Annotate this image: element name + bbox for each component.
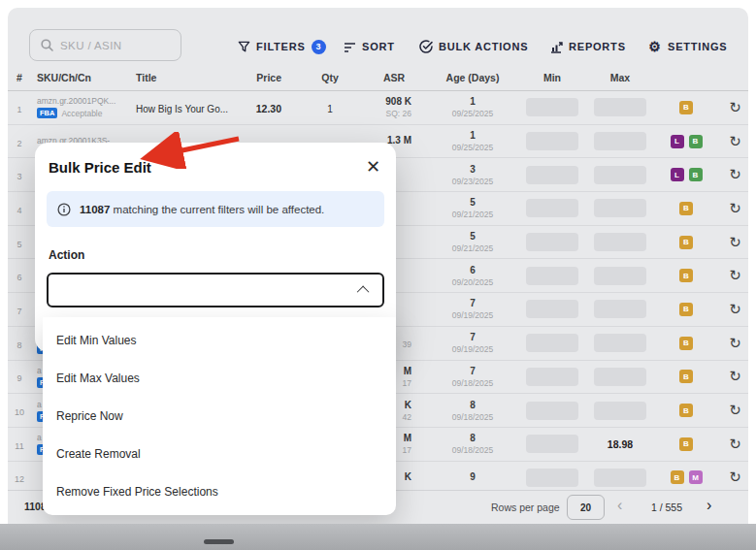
age-value: 5 <box>423 197 522 208</box>
sort-button[interactable]: SORT <box>343 38 395 55</box>
search-icon <box>40 39 53 52</box>
min-input[interactable] <box>526 300 578 318</box>
max-input[interactable] <box>594 199 646 217</box>
max-input[interactable] <box>594 334 646 352</box>
header-max: Max <box>590 72 650 83</box>
status-badge: B <box>679 202 693 215</box>
header-price: Price <box>247 72 295 83</box>
min-input[interactable] <box>526 368 578 386</box>
close-icon[interactable]: ✕ <box>364 158 382 176</box>
refresh-button[interactable]: ↻ <box>729 436 741 452</box>
refresh-button[interactable]: ↻ <box>729 368 741 384</box>
action-option[interactable]: Reprice Now <box>43 397 396 435</box>
max-input[interactable] <box>594 132 646 150</box>
min-input[interactable] <box>526 267 578 285</box>
age-date: 09/21/2025 <box>423 243 522 253</box>
max-input[interactable] <box>594 402 646 420</box>
min-input[interactable] <box>526 166 578 184</box>
home-indicator[interactable] <box>204 539 234 544</box>
refresh-button[interactable]: ↻ <box>729 133 741 149</box>
action-options-list: Edit Min ValuesEdit Max ValuesReprice No… <box>43 317 396 515</box>
max-input[interactable] <box>594 300 646 318</box>
filter-funnel-icon <box>237 40 250 53</box>
header-age: Age (Days) <box>423 72 522 83</box>
chevron-up-icon <box>357 285 370 298</box>
fba-badge: FBA <box>37 108 57 118</box>
refresh-button[interactable]: ↻ <box>729 234 741 250</box>
page-indicator: 1 / 555 <box>644 501 689 513</box>
age-date: 09/18/2025 <box>423 412 522 422</box>
status-badge: L <box>671 168 684 181</box>
info-icon <box>57 203 71 216</box>
sort-label: SORT <box>362 41 395 52</box>
status-badge: M <box>689 470 703 484</box>
min-input[interactable] <box>526 435 578 453</box>
max-input[interactable] <box>594 469 646 487</box>
refresh-button[interactable]: ↻ <box>729 335 741 351</box>
prev-page-button[interactable]: ‹ <box>617 497 622 514</box>
refresh-button[interactable]: ↻ <box>729 301 741 317</box>
age-value: 1 <box>423 130 522 141</box>
age-value: 3 <box>423 164 522 175</box>
refresh-button[interactable]: ↻ <box>729 200 741 216</box>
max-value: 18.98 <box>590 438 650 450</box>
item-title: How Big Is Your Go... <box>136 104 228 114</box>
search-input[interactable]: SKU / ASIN <box>29 29 181 61</box>
age-value: 9 <box>423 471 522 482</box>
min-input[interactable] <box>526 233 578 251</box>
action-option[interactable]: Create Removal <box>43 435 396 472</box>
min-input[interactable] <box>526 334 578 352</box>
max-input[interactable] <box>594 233 646 251</box>
age-value: 6 <box>423 265 522 275</box>
filters-button[interactable]: FILTERS 3 <box>237 38 326 55</box>
max-input[interactable] <box>594 267 646 285</box>
header-asr: ASR <box>365 72 423 83</box>
row-number: 12 <box>15 474 24 484</box>
header-qty: Qty <box>295 72 365 83</box>
refresh-button[interactable]: ↻ <box>729 166 741 182</box>
settings-button[interactable]: ⚙ SETTINGS <box>648 38 727 55</box>
qty-value: 1 <box>327 104 333 114</box>
row-number: 11 <box>15 441 23 451</box>
rows-per-page-select[interactable]: 20 <box>567 495 605 520</box>
age-date: 09/25/2025 <box>423 143 522 152</box>
action-option[interactable]: Edit Max Values <box>43 359 396 397</box>
header-min: Min <box>522 72 582 83</box>
action-option[interactable]: Edit Min Values <box>43 321 396 359</box>
age-value: 8 <box>423 433 522 443</box>
max-input[interactable] <box>594 166 646 184</box>
price-value: 12.30 <box>256 103 281 114</box>
status-badge: B <box>679 269 693 282</box>
next-page-button[interactable]: › <box>707 497 711 514</box>
min-input[interactable] <box>526 132 578 150</box>
action-label: Action <box>47 248 384 262</box>
header-num: # <box>8 72 31 83</box>
max-input[interactable] <box>594 368 646 386</box>
search-placeholder: SKU / ASIN <box>60 40 121 51</box>
age-date: 09/18/2025 <box>423 445 522 455</box>
modal-title: Bulk Price Edit <box>49 159 151 176</box>
status-badge: B <box>689 168 703 181</box>
settings-label: SETTINGS <box>668 41 727 52</box>
action-select[interactable] <box>47 273 384 307</box>
refresh-button[interactable]: ↻ <box>729 469 741 485</box>
age-date: 09/19/2025 <box>423 344 522 354</box>
refresh-button[interactable]: ↻ <box>729 99 741 115</box>
refresh-button[interactable]: ↻ <box>729 267 741 283</box>
age-value: 7 <box>423 298 522 308</box>
action-option[interactable]: Remove Fixed Price Selections <box>43 472 396 510</box>
row-number: 10 <box>15 407 24 417</box>
age-date: 09/18/2025 <box>423 378 522 388</box>
min-input[interactable] <box>526 98 578 116</box>
status-badge: B <box>679 404 693 417</box>
sku-text: amzn.gr.20001PQK... <box>37 96 126 106</box>
min-input[interactable] <box>526 402 578 420</box>
reports-button[interactable]: REPORTS <box>549 38 626 55</box>
min-input[interactable] <box>526 469 578 487</box>
max-input[interactable] <box>594 98 646 116</box>
bulk-actions-button[interactable]: BULK ACTIONS <box>419 38 528 55</box>
info-banner: 11087 matching the current filters will … <box>47 191 384 227</box>
status-badge: B <box>679 303 693 316</box>
min-input[interactable] <box>526 199 578 217</box>
refresh-button[interactable]: ↻ <box>729 402 741 418</box>
